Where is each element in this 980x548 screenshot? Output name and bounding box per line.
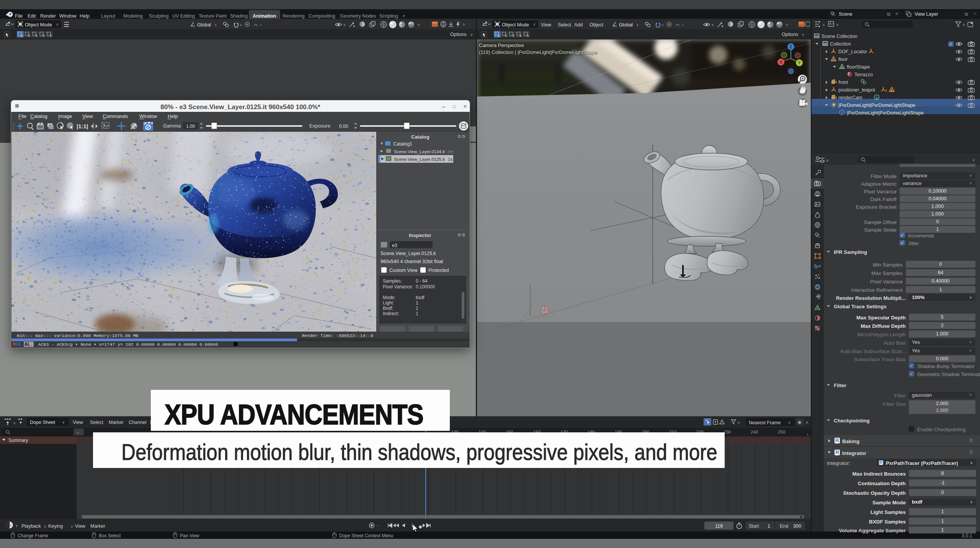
- svg-text:∨: ∨: [786, 23, 788, 27]
- svg-text:∨: ∨: [737, 420, 740, 425]
- svg-text:∨: ∨: [836, 23, 839, 27]
- svg-text:Global: Global: [197, 22, 211, 28]
- svg-text:∨: ∨: [662, 23, 664, 27]
- svg-text:∨: ∨: [13, 421, 16, 425]
- svg-text:∨: ∨: [417, 23, 420, 27]
- svg-text:|1:1|: |1:1|: [77, 123, 88, 129]
- svg-text:X: X: [780, 60, 782, 64]
- svg-text:Z: Z: [790, 45, 792, 49]
- svg-text:∨: ∨: [962, 23, 965, 27]
- svg-text:∨: ∨: [826, 158, 829, 162]
- svg-text:∨: ∨: [240, 23, 242, 27]
- svg-text:–: –: [377, 523, 379, 528]
- svg-text:∨: ∨: [462, 22, 465, 26]
- svg-text:∨: ∨: [260, 23, 262, 27]
- svg-text:∨: ∨: [15, 523, 18, 528]
- svg-text:∨: ∨: [636, 23, 639, 27]
- svg-text:∨: ∨: [822, 23, 825, 27]
- svg-text:∨: ∨: [681, 23, 684, 27]
- svg-text:∨: ∨: [214, 23, 217, 27]
- svg-text:Global: Global: [619, 22, 633, 28]
- svg-text:Y: Y: [798, 61, 801, 65]
